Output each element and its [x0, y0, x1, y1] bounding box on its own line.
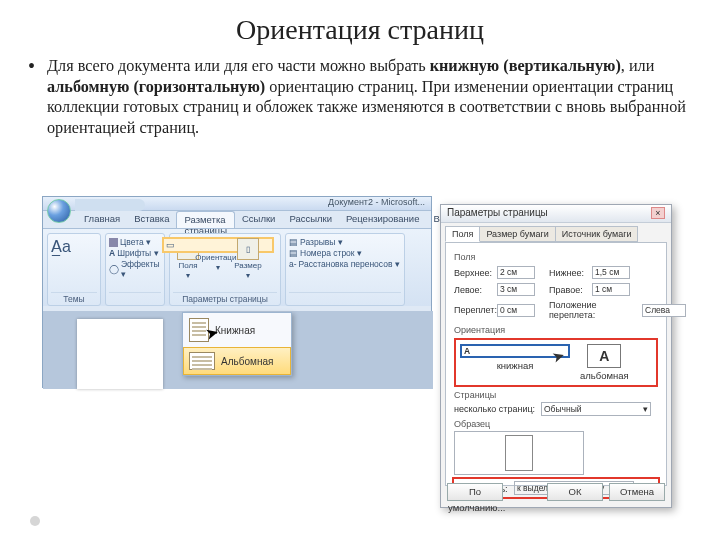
- colors-menu[interactable]: Цвета ▾: [109, 237, 161, 247]
- dialog-title: Параметры страницы: [447, 207, 548, 220]
- dialog-body: Поля Верхнее:2 см Нижнее:1,5 см Левое:3 …: [445, 242, 667, 486]
- tab-page-layout[interactable]: Разметка страницы: [176, 211, 234, 228]
- hyphenation-menu[interactable]: a- Расстановка переносов ▾: [289, 259, 401, 269]
- input-gutter[interactable]: 0 см: [497, 304, 535, 317]
- themes-button[interactable]: A̲a: [51, 237, 97, 256]
- size-button[interactable]: ▯Размер▾: [233, 236, 263, 280]
- tab-review[interactable]: Рецензирование: [339, 211, 426, 228]
- dialog-titlebar: Параметры страницы ×: [441, 205, 671, 223]
- input-left[interactable]: 3 см: [497, 283, 535, 296]
- select-multiple-pages[interactable]: Обычный▾: [541, 402, 651, 416]
- input-right[interactable]: 1 см: [592, 283, 630, 296]
- dtab-margins[interactable]: Поля: [445, 226, 480, 242]
- ok-button[interactable]: ОК: [547, 483, 603, 501]
- orientation-dropdown: Книжная Альбомная: [182, 312, 292, 376]
- section-pages: Страницы: [454, 390, 658, 400]
- input-top[interactable]: 2 см: [497, 266, 535, 279]
- slide-footer-dot: [30, 516, 40, 526]
- group-themes-label: Темы: [51, 292, 97, 305]
- page-setup-dialog: Параметры страницы × Поля Размер бумаги …: [440, 204, 672, 508]
- bold-portrait: книжную (вертикальную): [430, 57, 621, 75]
- tab-home[interactable]: Главная: [77, 211, 127, 228]
- tab-references[interactable]: Ссылки: [235, 211, 282, 228]
- section-margins: Поля: [454, 252, 658, 262]
- section-orientation: Ориентация: [454, 325, 658, 335]
- dtab-paper[interactable]: Размер бумаги: [479, 226, 555, 242]
- page-preview: [77, 319, 163, 389]
- group-breaks: ▤ Разрывы ▾ ▤ Номера строк ▾ a- Расстано…: [285, 233, 405, 306]
- orient-landscape[interactable]: Aальбомная: [580, 344, 629, 381]
- group-page-setup-label: Параметры страницы: [173, 292, 277, 305]
- bold-landscape: альбомную (горизонтальную): [47, 78, 265, 96]
- landscape-icon: [189, 352, 215, 370]
- orientation-button[interactable]: ▭Ориентация▾: [203, 236, 233, 280]
- group-page-setup: ▫Поля▾ ▭Ориентация▾ ▯Размер▾ Параметры с…: [169, 233, 281, 306]
- fonts-menu[interactable]: AШрифты ▾: [109, 248, 161, 258]
- line-numbers-menu[interactable]: ▤ Номера строк ▾: [289, 248, 401, 258]
- section-preview: Образец: [454, 419, 658, 429]
- default-button[interactable]: По умолчанию...: [447, 483, 503, 501]
- quick-access-toolbar[interactable]: [75, 199, 145, 211]
- screenshot-area: Документ2 - Microsoft... Главная Вставка…: [42, 196, 672, 516]
- bullet-icon: •: [28, 56, 35, 139]
- ribbon: A̲a Темы Цвета ▾ AШрифты ▾ ◯Эффекты ▾ ▫П…: [43, 228, 431, 306]
- titlebar: Документ2 - Microsoft...: [43, 197, 431, 211]
- dropdown-portrait[interactable]: Книжная: [183, 313, 291, 347]
- effects-menu[interactable]: ◯Эффекты ▾: [109, 259, 161, 279]
- close-button[interactable]: ×: [651, 207, 665, 219]
- input-gutter-pos[interactable]: Слева: [642, 304, 686, 317]
- para-pre: Для всего документа или для его части мо…: [47, 57, 430, 75]
- tab-mailings[interactable]: Рассылки: [282, 211, 339, 228]
- dropdown-landscape[interactable]: Альбомная: [183, 347, 291, 375]
- ribbon-tabs: Главная Вставка Разметка страницы Ссылки…: [43, 211, 431, 228]
- cancel-button[interactable]: Отмена: [609, 483, 665, 501]
- slide-title: Ориентация страниц: [28, 14, 692, 46]
- orientation-group: Aкнижная Aальбомная ➤: [454, 338, 658, 387]
- para-mid: , или: [621, 57, 655, 75]
- breaks-menu[interactable]: ▤ Разрывы ▾: [289, 237, 401, 247]
- tab-insert[interactable]: Вставка: [127, 211, 176, 228]
- office-button[interactable]: [47, 199, 71, 223]
- dialog-tabs: Поля Размер бумаги Источник бумаги: [441, 223, 671, 242]
- group-themes: A̲a Темы: [47, 233, 101, 306]
- input-bottom[interactable]: 1,5 см: [592, 266, 630, 279]
- preview-box: [454, 431, 584, 475]
- window-title: Документ2 - Microsoft...: [328, 197, 425, 207]
- group-theme-items: Цвета ▾ AШрифты ▾ ◯Эффекты ▾: [105, 233, 165, 306]
- dtab-source[interactable]: Источник бумаги: [555, 226, 639, 242]
- body-paragraph: Для всего документа или для его части мо…: [47, 56, 692, 139]
